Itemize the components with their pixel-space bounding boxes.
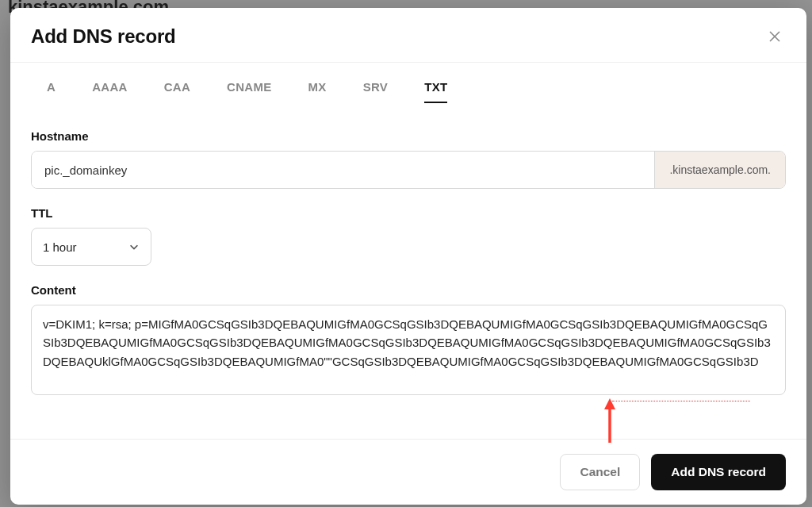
add-dns-record-modal: Add DNS record A AAAA CAA CNAME MX SRV T… (10, 8, 806, 505)
content-label: Content (31, 283, 786, 297)
cancel-button[interactable]: Cancel (560, 454, 640, 490)
ttl-selected-value: 1 hour (43, 240, 77, 254)
hostname-input[interactable] (32, 152, 654, 188)
add-dns-record-button[interactable]: Add DNS record (651, 454, 786, 490)
chevron-down-icon (128, 241, 140, 252)
hostname-label: Hostname (31, 129, 786, 143)
modal-body: A AAAA CAA CNAME MX SRV TXT Hostname .ki… (10, 63, 806, 439)
ttl-select[interactable]: 1 hour (31, 228, 151, 266)
modal-title: Add DNS record (31, 25, 176, 48)
tab-cname[interactable]: CNAME (227, 80, 272, 103)
hostname-field: Hostname .kinstaexample.com. (31, 129, 786, 189)
hostname-domain-suffix: .kinstaexample.com. (654, 152, 785, 188)
tab-aaaa[interactable]: AAAA (92, 80, 128, 103)
tab-mx[interactable]: MX (308, 80, 327, 103)
tab-caa[interactable]: CAA (164, 80, 190, 103)
modal-header: Add DNS record (10, 8, 806, 63)
ttl-label: TTL (31, 206, 786, 220)
tab-srv[interactable]: SRV (363, 80, 388, 103)
modal-footer: Cancel Add DNS record (10, 439, 806, 505)
close-button[interactable] (764, 25, 786, 48)
tab-txt[interactable]: TXT (424, 80, 447, 103)
content-textarea[interactable] (31, 305, 786, 395)
hostname-input-group: .kinstaexample.com. (31, 151, 786, 189)
tab-a[interactable]: A (47, 80, 56, 103)
record-type-tabs: A AAAA CAA CNAME MX SRV TXT (31, 63, 786, 112)
ttl-field: TTL 1 hour (31, 206, 786, 266)
close-icon (768, 30, 781, 43)
content-field: Content (31, 283, 786, 398)
